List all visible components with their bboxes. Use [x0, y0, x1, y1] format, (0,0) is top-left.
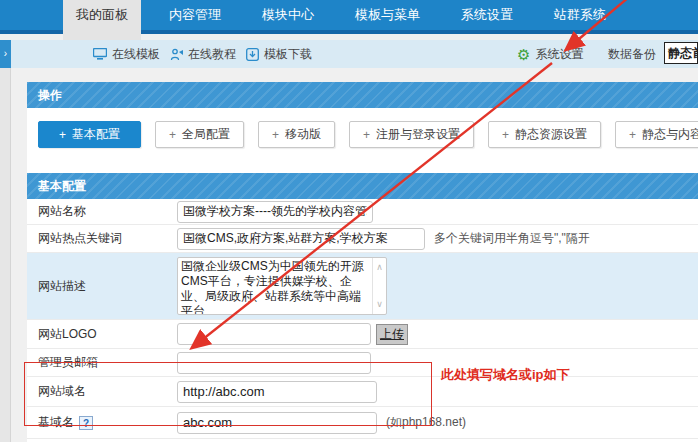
site-domain-input[interactable] [177, 381, 377, 403]
online-template-label: 在线模板 [112, 46, 160, 63]
basic-config-section-header: 基本配置 [27, 173, 698, 199]
static-resource-settings-button[interactable]: +静态资源设置 [488, 121, 601, 148]
keywords-hint: 多个关键词用半角逗号","隔开 [434, 230, 590, 247]
nav-tab-system-settings[interactable]: 系统设置 [448, 0, 526, 30]
plus-icon: + [502, 128, 509, 142]
download-icon [246, 48, 259, 61]
admin-email-label: 管理员邮箱 [27, 354, 177, 371]
site-description-row: 网站描述 国微企业级CMS为中国领先的开源CMS平台，专注提供媒学校、企业、局级… [27, 253, 698, 320]
system-settings-label: 系统设置 [535, 46, 583, 63]
config-button-row: +基本配置 +全局配置 +移动版 +注册与登录设置 +静态资源设置 +静态与内容… [27, 108, 698, 161]
site-domain-row: 网站域名 [27, 377, 698, 407]
site-keywords-row: 网站热点关键词 多个关键词用半角逗号","隔开 [27, 225, 698, 253]
site-description-label: 网站描述 [27, 278, 177, 295]
base-domain-hint: (如php168.net) [386, 414, 466, 431]
top-nav-tabs: 我的面板 内容管理 模块中心 模板与菜单 系统设置 站群系统 [63, 0, 634, 30]
static-home-button[interactable]: 静态首 [664, 42, 698, 64]
textarea-scrollbar[interactable]: ∧ ∨ [372, 258, 386, 314]
nav-tab-module-center[interactable]: 模块中心 [249, 0, 327, 30]
site-logo-input[interactable] [177, 323, 371, 345]
site-logo-label: 网站LOGO [27, 326, 177, 343]
site-logo-row: 网站LOGO 上传 [27, 320, 698, 349]
operation-section-header: 操作 [27, 82, 698, 108]
base-domain-input[interactable] [177, 412, 377, 434]
site-name-row: 网站名称 [27, 199, 698, 225]
template-download-label: 模板下载 [264, 46, 312, 63]
mobile-version-button[interactable]: +移动版 [258, 121, 335, 148]
nav-tab-my-panel[interactable]: 我的面板 [63, 0, 141, 40]
basic-config-button[interactable]: +基本配置 [38, 121, 141, 148]
site-keywords-label: 网站热点关键词 [27, 230, 177, 247]
main-panel: 操作 +基本配置 +全局配置 +移动版 +注册与登录设置 +静态资源设置 +静态… [27, 82, 698, 442]
help-icon[interactable]: ? [79, 416, 93, 430]
base-domain-row: 基域名 ? (如php168.net) [27, 407, 698, 439]
site-name-label: 网站名称 [27, 203, 177, 220]
gear-icon: ⚙ [517, 47, 530, 62]
admin-email-input[interactable] [177, 352, 371, 374]
tutorial-icon [170, 48, 183, 61]
upload-button[interactable]: 上传 [376, 324, 408, 345]
site-domain-label: 网站域名 [27, 383, 177, 400]
plus-icon: + [629, 128, 636, 142]
scroll-up-icon[interactable]: ∧ [376, 260, 383, 275]
online-tutorial-label: 在线教程 [188, 46, 236, 63]
monitor-icon [93, 48, 107, 60]
data-backup-item[interactable]: 数据备份 [608, 40, 656, 68]
system-settings-item[interactable]: ⚙ 系统设置 [517, 40, 583, 68]
plus-icon: + [272, 128, 279, 142]
base-domain-label: 基域名 ? [27, 414, 177, 431]
collapsed-sidebar-strip[interactable] [0, 68, 11, 442]
site-description-text: 国微企业级CMS为中国领先的开源CMS平台，专注提供媒学校、企业、局级政府、站群… [181, 259, 370, 315]
site-name-input[interactable] [177, 201, 373, 223]
online-template-item[interactable]: 在线模板 [93, 40, 160, 68]
plus-icon: + [59, 128, 66, 142]
plus-icon: + [363, 128, 370, 142]
scroll-down-icon[interactable]: ∨ [376, 297, 383, 312]
static-content-settings-button[interactable]: +静态与内容设置 [615, 121, 698, 148]
nav-tab-content-mgmt[interactable]: 内容管理 [156, 0, 234, 30]
sidebar-toggle-button[interactable]: › [0, 40, 11, 68]
plus-icon: + [169, 128, 176, 142]
site-description-textarea[interactable]: 国微企业级CMS为中国领先的开源CMS平台，专注提供媒学校、企业、局级政府、站群… [177, 257, 387, 315]
template-download-item[interactable]: 模板下载 [246, 40, 312, 68]
global-config-button[interactable]: +全局配置 [155, 121, 244, 148]
site-keywords-input[interactable] [177, 228, 425, 250]
nav-tab-site-group[interactable]: 站群系统 [541, 0, 619, 30]
register-login-settings-button[interactable]: +注册与登录设置 [349, 121, 474, 148]
admin-email-row: 管理员邮箱 [27, 349, 698, 377]
data-backup-label: 数据备份 [608, 46, 656, 63]
nav-tab-template-menu[interactable]: 模板与菜单 [342, 0, 433, 30]
online-tutorial-item[interactable]: 在线教程 [170, 40, 236, 68]
annotation-domain-note: 此处填写域名或ip如下 [441, 366, 570, 384]
